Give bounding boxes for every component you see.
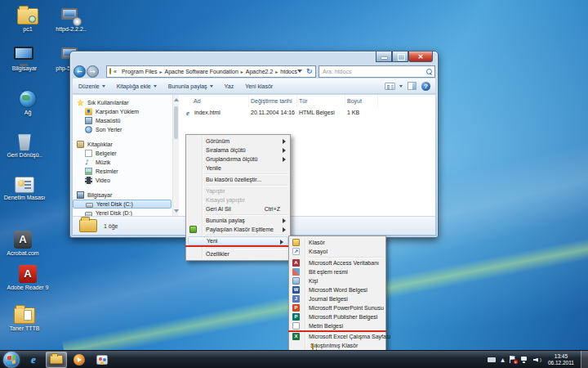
downloads-icon	[85, 108, 92, 115]
submenu-item-kisi[interactable]: Kişi	[289, 276, 385, 285]
maximize-button[interactable]	[392, 52, 408, 62]
sidebar-scrollbar[interactable]	[172, 95, 179, 216]
sidebar-item-local-disk-c[interactable]: Yerel Disk (C:)	[73, 200, 172, 209]
network-icon[interactable]	[521, 357, 528, 363]
taskbar-ie-button[interactable]: e	[23, 352, 44, 368]
search-input[interactable]	[319, 66, 434, 77]
scrollbar-thumb[interactable]	[174, 106, 178, 139]
menu-item-siralama[interactable]: Sıralama ölçütü	[186, 146, 290, 155]
system-tray: ▲ x 13:45 06.12.2011	[488, 351, 588, 368]
chevron-down-icon	[210, 85, 213, 88]
desktop-icon-acrobat-com[interactable]: AAcrobat.com	[1, 227, 45, 257]
taskbar-paint-button[interactable]	[91, 352, 113, 368]
change-view-icon[interactable]	[385, 83, 395, 90]
column-header-modified[interactable]: Değiştirme tarihi	[249, 95, 297, 107]
submenu-item-metin-belgesi[interactable]: Metin Belgesi	[289, 321, 385, 330]
menu-item-label: Geri Al Sil	[206, 206, 231, 212]
column-header-type[interactable]: Tür	[297, 95, 345, 107]
breadcrumb-segment[interactable]: Program Files	[122, 69, 158, 74]
submenu-arrow-icon	[283, 139, 286, 144]
submenu-item-kisayol[interactable]: ↗Kısayol	[289, 247, 385, 256]
breadcrumb-overflow[interactable]: «	[114, 69, 117, 74]
submenu-item-powerpoint[interactable]: PMicrosoft PowerPoint Sunusu	[289, 303, 385, 312]
toolbar-kitapliga-ekle-button[interactable]: Kitaplığa ekle	[111, 79, 163, 93]
sidebar-item-pictures[interactable]: Resimler	[73, 167, 172, 176]
menu-item-bununla-paylas[interactable]: Bununla paylaş	[186, 216, 290, 225]
breadcrumb-segment[interactable]: htdocs	[280, 69, 297, 74]
sidebar-item-documents[interactable]: Belgeler	[73, 149, 172, 158]
submenu-item-publisher[interactable]: PMicrosoft Publisher Belgesi	[289, 312, 385, 321]
show-desktop-button[interactable]	[581, 351, 588, 368]
column-header-name[interactable]: Ad	[179, 95, 249, 107]
submenu-item-klasor[interactable]: Klasör	[289, 238, 385, 247]
action-center-icon[interactable]: x	[510, 356, 516, 363]
desktop-icon-httpd[interactable]: httpd-2.2.2..	[49, 3, 93, 33]
submenu-item-excel[interactable]: XMicrosoft Excel Çalışma Sayfası	[289, 332, 385, 341]
file-size: 1 KB	[345, 110, 378, 115]
sidebar-group-favorites[interactable]: Sık Kullanılanlar	[73, 98, 172, 107]
menu-item-gruplandirma[interactable]: Gruplandırma ölçütü	[186, 155, 290, 164]
chevron-down-icon[interactable]	[399, 85, 403, 88]
menu-item-geri-al-sil[interactable]: Geri Al SilCtrl+Z	[186, 204, 290, 213]
desktop-icon-bilgisayar[interactable]: Bilgisayar	[2, 43, 47, 72]
desktop-icon-pc1[interactable]: pc1	[6, 3, 50, 33]
minimize-button[interactable]	[376, 52, 392, 62]
toolbar-yeni-klasor-button[interactable]: Yeni klasör	[239, 79, 278, 93]
back-button[interactable]: ←	[74, 65, 86, 78]
submenu-item-journal[interactable]: JJournal Belgesi	[289, 294, 385, 303]
menu-separator	[206, 214, 288, 215]
close-button[interactable]: ×	[408, 52, 433, 62]
desktop-icon-adobe-reader[interactable]: AAdobe Reader 9	[6, 262, 50, 291]
menu-item-yeni[interactable]: Yeni	[188, 236, 288, 245]
submenu-item-word[interactable]: WMicrosoft Word Belgesi	[289, 285, 385, 294]
desktop-icon-ag[interactable]: Ağ	[6, 87, 50, 116]
sidebar-item-downloads[interactable]: Karşıdan Yüklem	[73, 107, 172, 116]
desktop-icon-recycle-bin[interactable]: Geri Dönüşü..	[2, 129, 47, 159]
forward-button[interactable]: →	[87, 65, 99, 78]
breadcrumb[interactable]: « Program Files ▸ Apache Software Founda…	[106, 65, 316, 78]
breadcrumb-segment[interactable]: Apache2.2	[246, 69, 273, 74]
desktop-icon-taner[interactable]: Taner TTTB	[2, 303, 47, 332]
menu-item-klasoru-ozellestir[interactable]: Bu klasörü özelleştir...	[186, 175, 290, 184]
bitmap-image-icon	[292, 268, 300, 276]
media-player-icon	[74, 354, 85, 366]
taskbar-media-player-button[interactable]	[69, 352, 90, 368]
breadcrumb-segment[interactable]: Apache Software Foundation	[165, 69, 238, 74]
show-hidden-icons[interactable]: ▲	[501, 357, 505, 362]
submenu-item-sikistirilmis-klasor[interactable]: Sıkıştırılmış Klasör	[289, 341, 385, 350]
refresh-icon[interactable]: ↻	[306, 68, 313, 75]
sidebar-item-music[interactable]: ♪Müzik	[73, 158, 172, 167]
sidebar-item-video[interactable]: Video	[73, 176, 172, 185]
sidebar-group-computer[interactable]: Bilgisayar	[73, 191, 172, 200]
menu-item-ozellikler[interactable]: Özellikler	[186, 249, 290, 258]
desktop-icon-control-panel[interactable]: Denetim Masası	[2, 172, 47, 201]
start-button[interactable]	[3, 352, 20, 368]
taskbar-clock[interactable]: 13:45 06.12.2011	[548, 353, 574, 366]
sidebar-item-desktop[interactable]: Masaüstü	[73, 116, 172, 125]
sidebar-group-libraries[interactable]: Kitaplıklar	[73, 140, 172, 149]
help-icon[interactable]: ?	[421, 82, 430, 91]
submenu-item-access[interactable]: AMicrosoft Access Veritabanı	[289, 258, 385, 267]
toolbar-button-label: Düzenle	[78, 83, 100, 89]
toolbar-bununla-paylas-button[interactable]: Bununla paylaş	[163, 79, 219, 93]
menu-item-gorunum[interactable]: Görünüm	[186, 137, 290, 146]
breadcrumb-dropdown-icon[interactable]	[297, 70, 302, 73]
menu-item-yenile[interactable]: Yenile	[186, 164, 290, 173]
sidebar-item-recent-places[interactable]: Son Yerler	[73, 125, 172, 134]
keyboard-icon[interactable]	[488, 357, 496, 362]
menu-item-label: Klasör	[309, 240, 325, 245]
file-row-index-html[interactable]: eindex.html 20.11.2004 14:16 HTML Belges…	[179, 107, 435, 118]
column-header-size[interactable]: Boyut	[345, 95, 378, 107]
recycle-bin-icon	[2, 129, 47, 150]
sidebar-group-label: Kitaplıklar	[87, 141, 113, 147]
toolbar-yaz-button[interactable]: Yaz	[219, 79, 240, 93]
menu-item-paylasilan-klasor-esitleme[interactable]: Paylaşılan Klasör Eşitleme	[186, 225, 290, 234]
search-icon	[426, 69, 432, 74]
volume-icon[interactable]	[533, 357, 541, 363]
taskbar-explorer-button[interactable]	[46, 352, 67, 368]
menu-item-label: Sıkıştırılmış Klasör	[310, 343, 358, 348]
submenu-item-bitmap[interactable]: Bit eşlem resmi	[289, 267, 385, 276]
libraries-icon	[77, 141, 84, 148]
preview-pane-icon[interactable]	[408, 82, 416, 90]
toolbar-duzenle-button[interactable]: Düzenle	[73, 79, 111, 93]
